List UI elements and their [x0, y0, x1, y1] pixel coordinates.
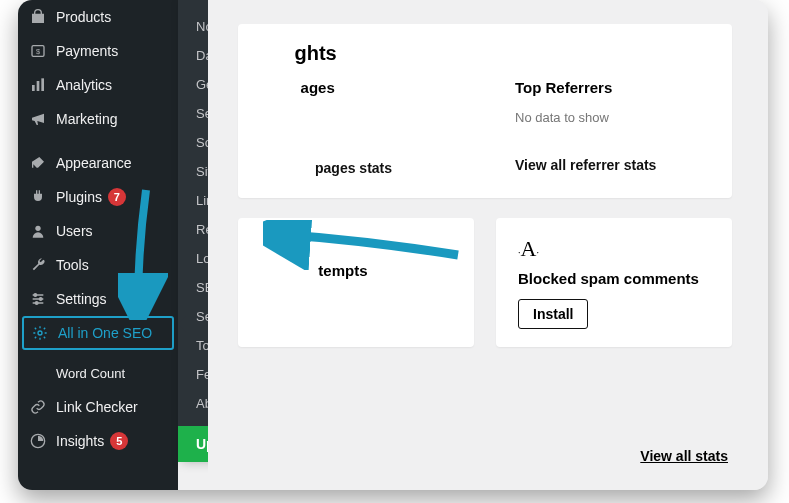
svg-point-6	[34, 294, 37, 297]
column-title-referrers: Top Referrers	[515, 79, 710, 96]
attempts-card: Login attempts	[238, 218, 474, 347]
svg-point-9	[38, 331, 42, 335]
main-content: Insights Top Pages View all pages stats …	[208, 0, 768, 490]
view-pages-stats-link[interactable]: View all pages stats	[260, 160, 455, 176]
sidebar-item-marketing[interactable]: Marketing	[18, 102, 178, 136]
admin-sidebar: Products $ Payments Analytics Marketing …	[18, 0, 178, 490]
sidebar-label: Appearance	[56, 155, 132, 171]
sidebar-item-products[interactable]: Products	[18, 0, 178, 34]
top-card: Insights Top Pages View all pages stats …	[238, 24, 732, 198]
svg-point-7	[39, 298, 42, 301]
sidebar-label: Payments	[56, 43, 118, 59]
sidebar-item-settings[interactable]: Settings	[18, 282, 178, 316]
sidebar-label: Analytics	[56, 77, 112, 93]
svg-point-5	[35, 226, 40, 231]
brush-icon	[28, 153, 48, 173]
card-heading: Blocked spam comments	[518, 270, 710, 287]
sidebar-label: Plugins	[56, 189, 102, 205]
sidebar-label: Insights	[56, 433, 104, 449]
view-all-stats-link[interactable]: View all stats	[640, 448, 728, 464]
sidebar-item-analytics[interactable]: Analytics	[18, 68, 178, 102]
view-referrer-stats-link[interactable]: View all referrer stats	[515, 157, 710, 173]
sidebar-item-linkchecker[interactable]: Link Checker	[18, 390, 178, 424]
svg-point-8	[35, 302, 38, 305]
sidebar-label: Settings	[56, 291, 107, 307]
sidebar-item-insights[interactable]: Insights 5	[18, 424, 178, 458]
update-badge: 5	[110, 432, 128, 450]
update-badge: 7	[108, 188, 126, 206]
sliders-icon	[28, 289, 48, 309]
sidebar-label: Word Count	[56, 366, 125, 381]
svg-rect-4	[41, 78, 44, 91]
install-button[interactable]: Install	[518, 299, 588, 329]
sidebar-item-aioseo[interactable]: All in One SEO	[22, 316, 174, 350]
bag-icon	[28, 7, 48, 27]
sidebar-item-appearance[interactable]: Appearance	[18, 146, 178, 180]
sidebar-item-payments[interactable]: $ Payments	[18, 34, 178, 68]
sidebar-item-plugins[interactable]: Plugins 7	[18, 180, 178, 214]
link-icon	[28, 397, 48, 417]
sidebar-label: Users	[56, 223, 93, 239]
svg-rect-2	[32, 85, 35, 91]
column-title-pages: Top Pages	[260, 79, 455, 96]
sidebar-item-users[interactable]: Users	[18, 214, 178, 248]
no-data-text: No data to show	[515, 110, 710, 125]
svg-text:$: $	[36, 47, 40, 56]
insights-icon	[28, 431, 48, 451]
card-heading: Login attempts	[260, 262, 452, 279]
sidebar-item-tools[interactable]: Tools	[18, 248, 178, 282]
megaphone-icon	[28, 109, 48, 129]
sidebar-label: All in One SEO	[58, 325, 152, 341]
dollar-icon: $	[28, 41, 48, 61]
svg-rect-3	[37, 81, 40, 91]
akismet-icon: ·A·	[518, 236, 710, 262]
wrench-icon	[28, 255, 48, 275]
plug-icon	[28, 187, 48, 207]
app-frame: Products $ Payments Analytics Marketing …	[18, 0, 768, 490]
sidebar-label: Link Checker	[56, 399, 138, 415]
spam-card: ·A· Blocked spam comments Install	[496, 218, 732, 347]
sidebar-label: Products	[56, 9, 111, 25]
sidebar-label: Tools	[56, 257, 89, 273]
sidebar-label: Marketing	[56, 111, 117, 127]
bars-icon	[28, 75, 48, 95]
gear-icon	[30, 323, 50, 343]
sidebar-item-wordcount[interactable]: Word Count	[18, 356, 178, 390]
user-icon	[28, 221, 48, 241]
card-title: Insights	[260, 42, 710, 65]
